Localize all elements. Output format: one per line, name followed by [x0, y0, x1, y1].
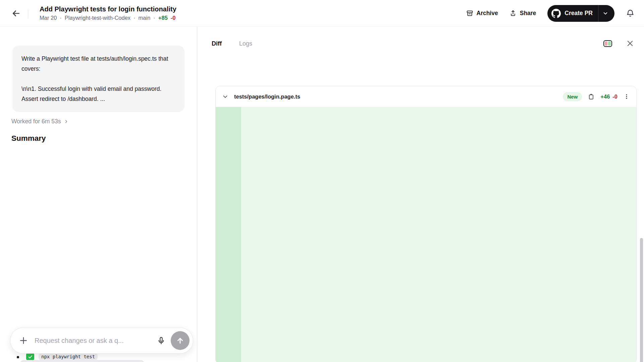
header-actions: Archive Share Create PR — [466, 0, 635, 26]
microphone-icon — [157, 337, 165, 345]
prompt-paragraph-1: Write a Playwright test file at tests/au… — [21, 54, 175, 74]
chevron-down-icon — [602, 10, 608, 16]
voice-input-button[interactable] — [157, 337, 165, 345]
chevron-right-icon — [64, 119, 69, 124]
split-view-icon[interactable] — [603, 40, 612, 47]
task-meta-part: main — [139, 15, 151, 21]
back-arrow-icon — [11, 8, 23, 18]
task-meta-part: -0 — [171, 15, 176, 21]
inline-code: npx playwright test — [39, 353, 98, 360]
summary-heading: Summary — [11, 134, 46, 143]
github-icon — [551, 9, 561, 18]
bell-icon — [626, 9, 635, 18]
add-attachment-button[interactable] — [18, 336, 29, 346]
task-meta-part: +85 — [158, 15, 168, 21]
checklist-item: npx playwright test — [11, 353, 98, 361]
file-header-right: New +46-0 — [563, 92, 630, 101]
chevron-down-icon — [222, 94, 228, 100]
kebab-menu-icon — [624, 93, 630, 100]
additions-count: +46 — [600, 94, 610, 100]
prompt-paragraph-2: \n\n1. Successful login with valid email… — [21, 84, 175, 104]
collapse-file-button[interactable] — [222, 94, 228, 100]
back-button[interactable] — [11, 8, 23, 18]
file-menu-button[interactable] — [624, 93, 630, 100]
new-file-badge: New — [563, 92, 582, 101]
share-label: Share — [520, 10, 536, 17]
worked-label: Worked for 6m 53s — [11, 118, 61, 125]
file-name: tests/pages/login.page.ts — [234, 94, 300, 100]
worked-duration-toggle[interactable]: Worked for 6m 53s — [11, 118, 69, 125]
tab-diff[interactable]: Diff — [212, 40, 222, 47]
clipboard-icon — [588, 94, 594, 100]
message-input[interactable] — [35, 337, 157, 345]
task-meta-part: · — [153, 15, 155, 21]
pr-dropdown-button[interactable] — [598, 10, 612, 16]
close-panel-button[interactable] — [626, 40, 634, 47]
panel-tools — [603, 40, 634, 47]
task-meta: Mar 20·Playwright-test-with-Codex·main·+… — [40, 15, 179, 21]
task-meta-part: · — [60, 15, 62, 21]
notifications-button[interactable] — [626, 9, 635, 18]
app-header: Add Playwright tests for login functiona… — [0, 0, 644, 26]
share-icon — [509, 10, 517, 17]
composer — [10, 327, 193, 354]
plus-icon — [18, 336, 29, 346]
archive-icon — [466, 10, 473, 17]
header-divider — [28, 9, 28, 18]
task-title: Add Playwright tests for login functiona… — [40, 5, 176, 13]
close-icon — [626, 40, 634, 47]
send-button[interactable] — [171, 331, 190, 350]
check-icon — [26, 353, 34, 361]
file-header: tests/pages/login.page.ts New +46-0 — [216, 86, 636, 107]
create-pr-label: Create PR — [565, 10, 598, 17]
file-diff-counts: +46-0 — [600, 94, 618, 100]
copy-file-button[interactable] — [588, 94, 594, 100]
task-meta-part: · — [133, 15, 136, 21]
diff-panel: Diff Logs tests/pages/login.page.ts New — [198, 27, 644, 362]
chat-panel: Write a Playwright test file at tests/au… — [0, 27, 197, 362]
arrow-up-icon — [176, 336, 184, 345]
archive-button[interactable]: Archive — [466, 10, 498, 17]
diff-file-card: tests/pages/login.page.ts New +46-0 — [215, 86, 637, 362]
share-button[interactable]: Share — [509, 10, 536, 17]
task-meta-part: Playwright-test-with-Codex — [65, 15, 130, 21]
vertical-scrollbar[interactable] — [640, 238, 643, 362]
codex-task-page: Add Playwright tests for login functiona… — [0, 0, 644, 362]
deletions-count: -0 — [612, 94, 618, 100]
task-meta-part: Mar 20 — [40, 15, 57, 21]
user-prompt-card: Write a Playwright test file at tests/au… — [12, 46, 184, 112]
archive-label: Archive — [477, 10, 498, 17]
clipped-code-block — [20, 360, 144, 362]
panel-tabs: Diff Logs — [212, 40, 252, 47]
diff-code-area — [216, 107, 636, 362]
create-pr-button[interactable]: Create PR — [547, 5, 614, 22]
tab-logs[interactable]: Logs — [239, 40, 252, 47]
